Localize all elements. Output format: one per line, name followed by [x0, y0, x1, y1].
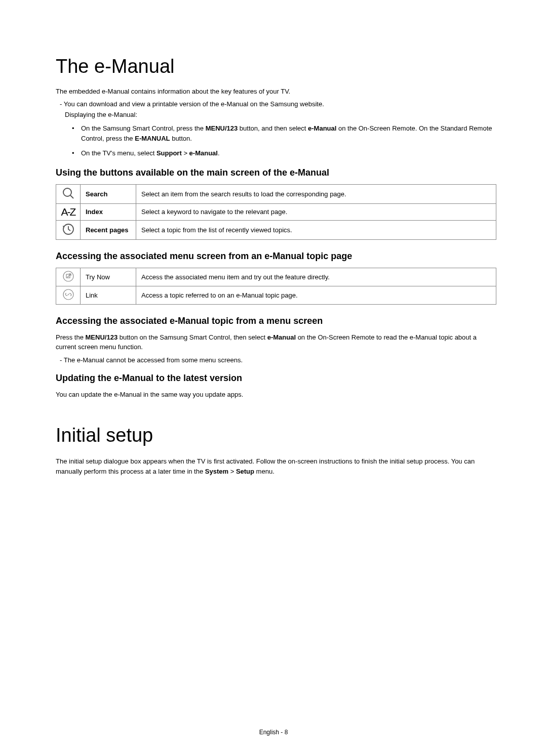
search-desc: Select an item from the search results t…: [136, 184, 496, 203]
search-icon: [56, 184, 81, 203]
link-icon: [56, 286, 81, 304]
trynow-name: Try Now: [81, 268, 136, 286]
press-menu-para: Press the MENU/123 button on the Samsung…: [56, 332, 496, 352]
link-name: Link: [81, 286, 136, 304]
text-fragment: button on the Samsung Smart Control, the…: [118, 333, 267, 341]
table-row: Recent pages Select a topic from the lis…: [56, 220, 496, 239]
index-name: Index: [81, 203, 136, 220]
recent-name: Recent pages: [81, 220, 136, 239]
subheading-accessing-menu: Accessing the associated menu screen fro…: [56, 251, 496, 262]
subheading-buttons: Using the buttons available on the main …: [56, 167, 496, 178]
text-fragment: button.: [170, 135, 192, 142]
section-heading-emanual: The e-Manual: [56, 56, 496, 77]
text-fragment: >: [228, 468, 236, 475]
text-fragment: On the Samsung Smart Control, press the: [81, 124, 206, 132]
menu-button-label: MENU/123: [86, 333, 118, 341]
subheading-accessing-topic: Accessing the associated e-Manual topic …: [56, 316, 496, 326]
displaying-label: Displaying the e-Manual:: [65, 111, 496, 118]
az-icon-text: A-Z: [61, 206, 75, 218]
recent-desc: Select a topic from the list of recently…: [136, 220, 496, 239]
trynow-icon: [56, 268, 81, 286]
text-fragment: >: [182, 149, 189, 157]
text-fragment: On the TV's menu, select: [81, 149, 157, 157]
emanual-label: e-Manual: [308, 124, 336, 132]
table-row: A-Z Index Select a keyword to navigate t…: [56, 203, 496, 220]
intro-text: The embedded e-Manual contains informati…: [56, 88, 496, 95]
update-para: You can update the e-Manual in the same …: [56, 390, 496, 400]
list-item: On the Samsung Smart Control, press the …: [81, 123, 496, 143]
trynow-desc: Access the associated menu item and try …: [136, 268, 496, 286]
text-fragment: Press the: [56, 333, 86, 341]
index-desc: Select a keyword to navigate to the rele…: [136, 203, 496, 220]
buttons-table: Search Select an item from the search re…: [56, 184, 496, 240]
text-fragment: menu.: [254, 468, 275, 475]
list-item: On the TV's menu, select Support > e-Man…: [81, 148, 496, 158]
emanual-label: e-Manual: [267, 333, 296, 341]
setup-label: Setup: [236, 468, 254, 475]
svg-rect-4: [66, 274, 70, 278]
table-row: Link Access a topic referred to on an e-…: [56, 286, 496, 304]
page-footer: English - 8: [0, 729, 547, 736]
initial-setup-para: The initial setup dialogue box appears w…: [56, 456, 496, 476]
search-name: Search: [81, 184, 136, 203]
download-note: You can download and view a printable ve…: [60, 100, 496, 108]
text-fragment: .: [218, 149, 220, 157]
svg-point-0: [63, 188, 71, 196]
recent-icon: [56, 220, 81, 239]
menu-button-label: MENU/123: [206, 124, 238, 132]
emanual-button-label: E-MANUAL: [135, 135, 170, 142]
support-label: Support: [157, 149, 182, 157]
subheading-updating: Updating the e-Manual to the latest vers…: [56, 373, 496, 384]
table-row: Search Select an item from the search re…: [56, 184, 496, 203]
link-desc: Access a topic referred to on an e-Manua…: [136, 286, 496, 304]
table-row: Try Now Access the associated menu item …: [56, 268, 496, 286]
emanual-label: e-Manual: [189, 149, 218, 157]
svg-line-1: [70, 195, 73, 198]
access-table: Try Now Access the associated menu item …: [56, 268, 496, 305]
system-label: System: [205, 468, 228, 475]
display-methods-list: On the Samsung Smart Control, press the …: [81, 123, 496, 158]
section-heading-initial-setup: Initial setup: [56, 425, 496, 446]
cannot-access-note: The e-Manual cannot be accessed from som…: [60, 356, 496, 364]
index-icon: A-Z: [56, 203, 81, 220]
text-fragment: button, and then select: [238, 124, 308, 132]
